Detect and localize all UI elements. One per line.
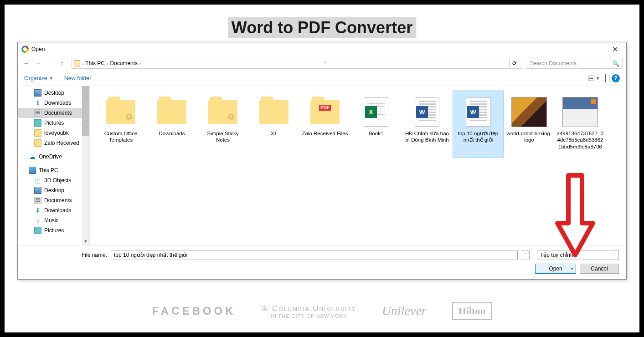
- file-thumb: [408, 96, 446, 128]
- chevron-right-icon: ›: [107, 61, 108, 66]
- unilever-logo: Unilever: [382, 304, 427, 318]
- file-label: X1: [271, 130, 277, 137]
- file-tile[interactable]: z4991364737627_04dc78b5ca8d538621bbd5ed9…: [555, 90, 606, 158]
- document-icon: [34, 109, 41, 117]
- sidebar-item-desktop[interactable]: Desktop: [18, 185, 89, 195]
- file-thumb: [306, 96, 344, 128]
- breadcrumb-current[interactable]: Documents: [110, 60, 138, 66]
- file-pane[interactable]: Custom Office TemplatesDownloadsSimple S…: [90, 86, 626, 245]
- file-tile[interactable]: top 10 người đẹp nhất thế giới: [453, 90, 504, 158]
- recent-dropdown[interactable]: ˅: [45, 58, 55, 68]
- file-thumb: [255, 96, 293, 128]
- search-input[interactable]: Search Documents 🔍: [527, 58, 623, 69]
- file-thumb: [561, 96, 599, 128]
- sidebar-item-pictures[interactable]: Pictures: [18, 225, 89, 235]
- sidebar-item-documents[interactable]: Documents: [18, 195, 89, 205]
- desktop-icon: [34, 89, 41, 97]
- chevron-right-icon: ›: [82, 61, 83, 66]
- file-thumb: [153, 96, 191, 128]
- sidebar-item-downloads[interactable]: ⬇Downloads📌: [18, 98, 89, 108]
- help-button[interactable]: ?: [612, 74, 620, 82]
- file-label: Zalo Received Files: [302, 130, 348, 137]
- dialog-title: Open: [31, 46, 45, 52]
- open-dialog: Open ✕ ← → ˅ ↑ › This PC › Documents › ˅…: [17, 42, 627, 280]
- file-tile[interactable]: Simple Sticky Notes: [197, 90, 248, 158]
- search-icon: 🔍: [612, 60, 619, 67]
- file-thumb: [459, 96, 497, 128]
- titlebar: Open ✕: [18, 42, 626, 56]
- toolbar: Organize ▼ New folder ▼ ?: [18, 71, 626, 86]
- pictures-icon: [34, 119, 41, 127]
- download-icon: ⬇: [34, 207, 41, 214]
- sidebar-item-thispc[interactable]: This PC: [18, 165, 89, 175]
- file-thumb: [102, 96, 140, 128]
- path-dropdown[interactable]: ˅: [324, 61, 326, 66]
- file-thumb: [204, 96, 242, 128]
- sidebar-item-documents[interactable]: Documents📌: [18, 108, 89, 118]
- file-tile[interactable]: world-robot-boxing-logo: [504, 90, 555, 158]
- facebook-logo: FACEBOOK: [152, 305, 236, 317]
- refresh-button[interactable]: ⟳: [509, 58, 520, 69]
- sidebar-item-downloads[interactable]: ⬇Downloads: [18, 205, 89, 215]
- file-label: z4991364737627_04dc78b5ca8d538621bbd5ed9…: [557, 130, 603, 150]
- columbia-logo: ♔ Columbia UniversityIN THE CITY OF NEW …: [261, 304, 356, 319]
- file-tile[interactable]: Book1: [350, 90, 402, 158]
- file-thumb: [510, 96, 548, 128]
- forward-button[interactable]: →: [33, 58, 43, 68]
- file-thumb: [357, 96, 395, 128]
- sidebar-item-folder[interactable]: loveyoubk: [18, 128, 89, 138]
- file-tile[interactable]: Zalo Received Files: [299, 90, 350, 158]
- file-tile[interactable]: HĐ Chỉnh sửa bao bì Đông Bình Minh: [402, 90, 453, 158]
- sidebar-item-onedrive[interactable]: ☁OneDrive: [18, 152, 89, 162]
- hilton-logo: Hilton: [452, 302, 492, 320]
- breadcrumb[interactable]: › This PC › Documents › ˅ ⟳: [72, 58, 522, 69]
- filename-input[interactable]: [111, 250, 518, 260]
- file-label: Downloads: [159, 130, 185, 137]
- new-folder-button[interactable]: New folder: [64, 75, 92, 82]
- file-label: top 10 người đẹp nhất thế giới: [455, 130, 501, 143]
- sidebar-item-desktop[interactable]: Desktop📌: [18, 88, 89, 98]
- file-label: Custom Office Templates: [98, 130, 144, 143]
- organize-button[interactable]: Organize ▼: [24, 75, 53, 82]
- breadcrumb-root[interactable]: This PC: [85, 60, 105, 66]
- search-placeholder: Search Documents: [530, 60, 577, 66]
- chevron-right-icon: ›: [139, 61, 141, 66]
- sidebar-item-3dobjects[interactable]: ◫3D Objects: [18, 175, 89, 185]
- open-button[interactable]: Open: [535, 264, 576, 274]
- brand-row: FACEBOOK ♔ Columbia UniversityIN THE CIT…: [5, 302, 639, 320]
- chrome-icon: [21, 46, 29, 53]
- back-button[interactable]: ←: [21, 58, 31, 68]
- download-icon: ⬇: [34, 99, 41, 107]
- folder-icon: [74, 60, 80, 66]
- dialog-footer: File name: ˅ Tệp tuỳ chỉnh˅ Open Cancel: [18, 245, 626, 279]
- file-label: Simple Sticky Notes: [200, 130, 246, 143]
- document-icon: [34, 197, 41, 204]
- up-button[interactable]: ↑: [57, 58, 67, 68]
- sidebar-item-folder[interactable]: Zalo Received: [18, 138, 89, 148]
- cancel-button[interactable]: Cancel: [580, 264, 619, 274]
- sidebar: Desktop📌 ⬇Downloads📌 Documents📌 Pictures…: [18, 86, 90, 245]
- folder-icon: [34, 129, 41, 137]
- onedrive-icon: ☁: [29, 153, 36, 160]
- filename-label: File name:: [25, 252, 107, 258]
- file-tile[interactable]: Downloads: [146, 90, 197, 158]
- view-button[interactable]: ▼: [588, 76, 600, 81]
- folder-icon: [34, 139, 41, 147]
- sidebar-item-pictures[interactable]: Pictures📌: [18, 118, 89, 128]
- filename-dropdown[interactable]: ˅: [521, 250, 530, 260]
- desktop-icon: [34, 187, 41, 194]
- file-label: HĐ Chỉnh sửa bao bì Đông Bình Minh: [404, 130, 450, 143]
- pictures-icon: [34, 227, 41, 234]
- file-label: world-robot-boxing-logo: [506, 130, 552, 143]
- file-tile[interactable]: Custom Office Templates: [95, 90, 146, 158]
- navbar: ← → ˅ ↑ › This PC › Documents › ˅ ⟳ Sear…: [18, 56, 626, 71]
- filetype-select[interactable]: Tệp tuỳ chỉnh˅: [537, 250, 619, 260]
- sidebar-item-music[interactable]: ♪Music: [18, 215, 89, 225]
- sidebar-scrollbar[interactable]: ▲▼: [82, 86, 89, 245]
- page-title: Word to PDF Converter: [228, 17, 416, 38]
- file-label: Book1: [369, 130, 384, 137]
- preview-pane-button[interactable]: [605, 75, 606, 82]
- file-tile[interactable]: X1: [248, 90, 299, 158]
- close-button[interactable]: ✕: [608, 44, 623, 55]
- 3d-icon: ◫: [34, 177, 41, 184]
